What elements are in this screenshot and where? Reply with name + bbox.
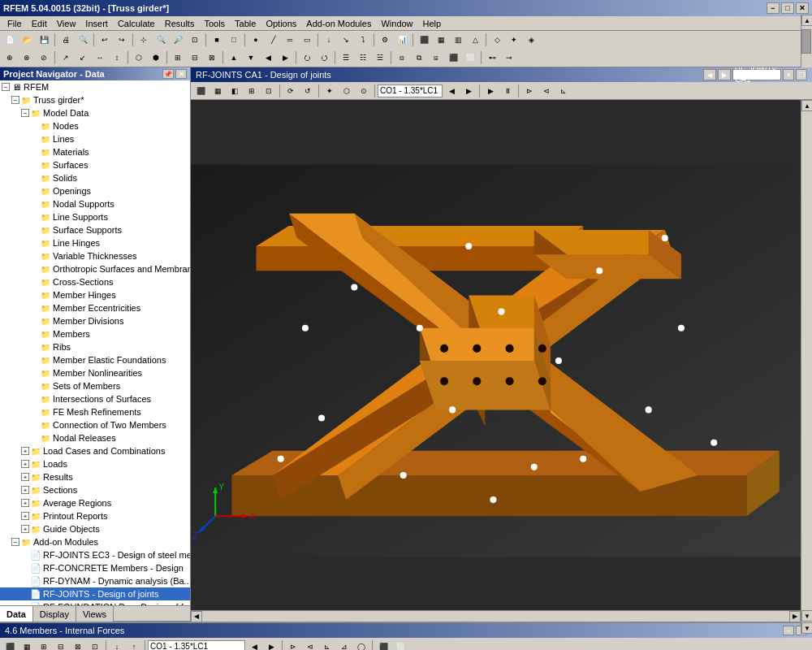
btb-9[interactable]: ⊳ xyxy=(285,639,301,651)
tb-new[interactable]: 📄 xyxy=(2,32,18,47)
menu-help[interactable]: Help xyxy=(419,18,446,29)
tb2-26[interactable]: ⬜ xyxy=(462,50,478,65)
tree-rf-dynam[interactable]: + 📄 RF-DYNAM - Dynamic analysis (Ba... xyxy=(0,574,190,587)
tree-nodes[interactable]: + 📁 Nodes xyxy=(0,119,190,132)
tb2-18[interactable]: ⭯ xyxy=(316,50,332,65)
tree-printout-reports[interactable]: + 📁 Printout Reports xyxy=(0,509,190,522)
bottom-minimize[interactable]: − xyxy=(783,626,794,635)
tb2-4[interactable]: ↗ xyxy=(58,50,74,65)
btb-5[interactable]: ⊠ xyxy=(70,639,86,651)
tree-surface-supports[interactable]: + 📁 Surface Supports xyxy=(0,223,190,236)
tb2-27[interactable]: ⊷ xyxy=(484,50,500,65)
tree-load-cases[interactable]: + 📁 Load Cases and Combinations xyxy=(0,444,190,457)
menu-insert[interactable]: Insert xyxy=(81,18,112,29)
expand-truss[interactable]: − xyxy=(11,96,19,104)
tree-members[interactable]: + 📁 Members xyxy=(0,327,190,340)
tree-orthotropic[interactable]: + 📁 Orthotropic Surfaces and Membranes xyxy=(0,262,190,275)
nav-pin-button[interactable]: 📌 xyxy=(162,69,174,79)
expand-model-data[interactable]: − xyxy=(21,109,29,117)
tb2-13[interactable]: ▲ xyxy=(226,50,242,65)
menu-table[interactable]: Table xyxy=(231,18,260,29)
tb2-6[interactable]: ↔ xyxy=(92,50,108,65)
tree-mem-nonlin[interactable]: + 📁 Member Nonlinearities xyxy=(0,366,190,379)
view-tb-13[interactable]: ⊾ xyxy=(555,84,572,98)
tb-extra1[interactable]: ◇ xyxy=(489,32,505,47)
tree-rf-joints-ec3[interactable]: + 📄 RF-JOINTS EC3 - Design of steel me..… xyxy=(0,548,190,561)
tb2-20[interactable]: ☷ xyxy=(355,50,371,65)
btb-6[interactable]: ⊡ xyxy=(87,639,103,651)
tree-average-regions[interactable]: + 📁 Average Regions xyxy=(0,496,190,509)
btb-3[interactable]: ⊞ xyxy=(36,639,52,651)
expand-sections[interactable]: + xyxy=(21,486,29,494)
view-tb-anim[interactable]: ▶ xyxy=(482,84,499,98)
tb-extra3[interactable]: ◈ xyxy=(523,32,539,47)
tb2-19[interactable]: ☰ xyxy=(338,50,354,65)
menu-file[interactable]: File xyxy=(3,18,26,29)
tb-calc[interactable]: ⚙ xyxy=(377,32,393,47)
viewport-scroll-left[interactable]: ◀ xyxy=(191,611,202,622)
minimize-button[interactable]: − xyxy=(767,2,780,14)
tree-intersections[interactable]: + 📁 Intersections of Surfaces xyxy=(0,392,190,405)
tree-member-div[interactable]: + 📁 Member Divisions xyxy=(0,314,190,327)
lc-dropdown[interactable]: CO1 - 1.35*LC1 xyxy=(378,84,443,98)
tb2-12[interactable]: ⊠ xyxy=(204,50,220,65)
tb2-17[interactable]: ⭮ xyxy=(299,50,315,65)
view-tb-7[interactable]: ↺ xyxy=(300,84,316,98)
btb-lc-prev[interactable]: ◀ xyxy=(246,639,262,651)
3d-viewport[interactable]: RF-JOINTS CA1 - Design of joints ◀ ▶ RF-… xyxy=(191,67,812,622)
btb-4[interactable]: ⊟ xyxy=(53,639,69,651)
tb-load2[interactable]: ↘ xyxy=(338,32,354,47)
tb-select[interactable]: ⊹ xyxy=(136,32,152,47)
tb-view2[interactable]: ▦ xyxy=(433,32,449,47)
tb2-8[interactable]: ⬡ xyxy=(131,50,147,65)
view-nav-back[interactable]: ◀ xyxy=(703,69,716,80)
expand-printout[interactable]: + xyxy=(21,512,29,520)
tree-variable-thick[interactable]: + 📁 Variable Thicknesses xyxy=(0,249,190,262)
bottom-lc-display[interactable]: CO1 - 1.35*LC1 xyxy=(148,640,245,651)
tree-line-hinges[interactable]: + 📁 Line Hinges xyxy=(0,236,190,249)
tree-connection[interactable]: + 📁 Connection of Two Members xyxy=(0,418,190,431)
tb-zoom-out[interactable]: 🔎 xyxy=(170,32,186,47)
view-tb-2[interactable]: ▦ xyxy=(209,84,226,98)
tb2-22[interactable]: ⧈ xyxy=(394,50,410,65)
tb2-3[interactable]: ⊘ xyxy=(36,50,52,65)
tree-fe-mesh[interactable]: + 📁 FE Mesh Refinements xyxy=(0,405,190,418)
tb2-25[interactable]: ⬛ xyxy=(445,50,461,65)
btb-13[interactable]: ◯ xyxy=(353,639,369,651)
view-tb-10[interactable]: ⊙ xyxy=(356,84,372,98)
tb-node[interactable]: ● xyxy=(248,32,264,47)
view-tb-9[interactable]: ⬡ xyxy=(339,84,355,98)
tree-nodal-releases[interactable]: + 📁 Nodal Releases xyxy=(0,431,190,444)
tb-view4[interactable]: △ xyxy=(467,32,483,47)
view-tb-11[interactable]: ⊳ xyxy=(521,84,538,98)
tree-cross-sections[interactable]: + 📁 Cross-Sections xyxy=(0,275,190,288)
viewport-scroll-down[interactable]: ▼ xyxy=(801,610,812,622)
tb-member[interactable]: ═ xyxy=(282,32,298,47)
tree-sets-members[interactable]: + 📁 Sets of Members xyxy=(0,379,190,392)
btb-lc-next[interactable]: ▶ xyxy=(263,639,279,651)
tb-view1[interactable]: ⬛ xyxy=(416,32,432,47)
tree-solids[interactable]: + 📁 Solids xyxy=(0,171,190,184)
expand-load-cases[interactable]: + xyxy=(21,447,29,455)
tb-undo[interactable]: ↩ xyxy=(97,32,113,47)
nav-tab-display[interactable]: Display xyxy=(33,606,76,622)
tb-results2[interactable]: 📊 xyxy=(394,32,410,47)
tree-results[interactable]: + 📁 Results xyxy=(0,470,190,483)
tb2-14[interactable]: ▼ xyxy=(243,50,259,65)
view-tb-12[interactable]: ⊲ xyxy=(538,84,555,98)
menu-tools[interactable]: Tools xyxy=(200,18,229,29)
tb-load1[interactable]: ↓ xyxy=(321,32,337,47)
tree-openings[interactable]: + 📁 Openings xyxy=(0,184,190,197)
tb-redo[interactable]: ↪ xyxy=(114,32,130,47)
menu-options[interactable]: Options xyxy=(261,18,300,29)
tb2-10[interactable]: ⊞ xyxy=(170,50,186,65)
tb2-1[interactable]: ⊕ xyxy=(2,50,18,65)
viewport-scrollbar-v[interactable]: ▲ ▼ xyxy=(801,100,812,622)
tb2-15[interactable]: ◀ xyxy=(260,50,276,65)
tb-print[interactable]: 🖨 xyxy=(58,32,74,47)
btb-15[interactable]: ⬜ xyxy=(392,639,408,651)
tb2-9[interactable]: ⬢ xyxy=(148,50,164,65)
tb-surface[interactable]: ▭ xyxy=(299,32,315,47)
btb-11[interactable]: ⊾ xyxy=(319,639,335,651)
btb-7[interactable]: ↓ xyxy=(109,639,125,651)
